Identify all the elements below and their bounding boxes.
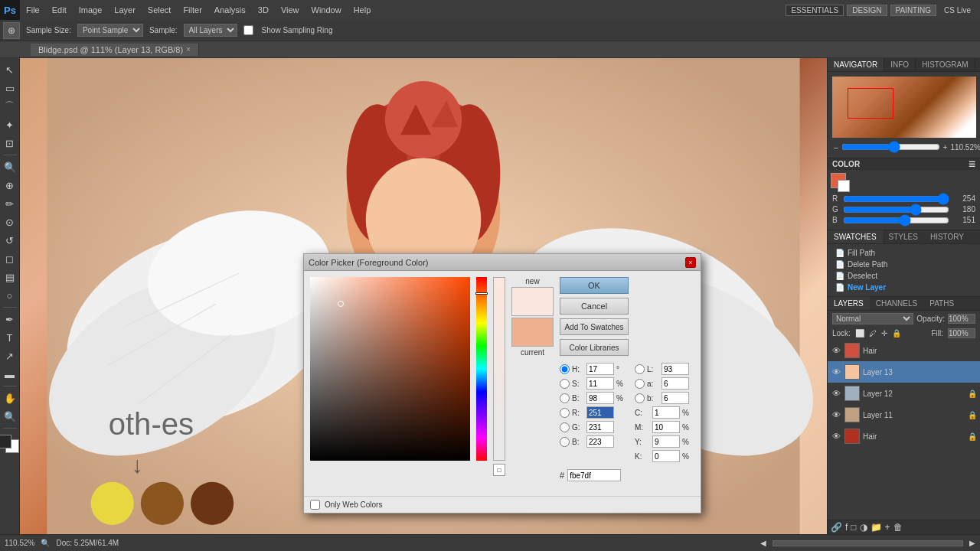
color-b-slider[interactable] [843,217,949,223]
layers-link-icon[interactable]: 🔗 [831,522,842,533]
move-tool[interactable]: ↖ [2,61,18,78]
history-item-3[interactable]: 📄 New Layer [831,282,977,293]
input-a[interactable] [662,377,689,390]
menu-filter[interactable]: Filter [177,0,207,20]
gradient-tool[interactable]: ▤ [2,269,18,285]
color-picker-cancel-button[interactable]: Cancel [560,298,629,315]
input-R[interactable] [586,406,614,419]
history-item-1[interactable]: 📄 Delete Path [831,259,977,270]
menu-view[interactable]: View [275,0,305,20]
color-libraries-button[interactable]: Color Libraries [560,339,629,356]
only-web-colors-checkbox[interactable] [310,500,320,510]
quick-select-tool[interactable]: ✦ [2,116,18,133]
layer-vis-hair[interactable]: 👁 [831,345,841,356]
input-B2[interactable] [586,435,614,448]
input-S[interactable] [586,377,614,390]
essentials-button[interactable]: ESSENTIALS [786,5,844,16]
blend-mode-select[interactable]: Normal [832,313,913,324]
dodge-tool[interactable]: ○ [2,287,18,304]
history-item-2[interactable]: 📄 Deselect [831,270,977,282]
spot-heal-tool[interactable]: ⊕ [2,177,18,194]
painting-button[interactable]: PAINTING [890,5,936,16]
radio-B[interactable] [560,393,570,403]
radio-L[interactable] [635,364,645,374]
menu-layer[interactable]: Layer [108,0,142,20]
alpha-slider[interactable] [493,277,505,461]
crop-tool[interactable]: ⊡ [2,135,18,152]
status-scroll-left[interactable]: ◀ [760,539,766,547]
radio-G[interactable] [560,422,570,432]
eraser-tool[interactable]: ◻ [2,250,18,267]
show-sampling-ring-checkbox[interactable] [243,25,253,35]
input-Y[interactable] [652,435,680,448]
zoom-out-icon[interactable]: – [834,143,838,152]
design-button[interactable]: DESIGN [847,5,887,16]
menu-3d[interactable]: 3D [252,0,275,20]
color-picker-ok-button[interactable]: OK [560,277,629,294]
tab-history[interactable]: HISTORY [924,230,970,243]
layers-mask-icon[interactable]: □ [851,522,856,533]
color-g-slider[interactable] [843,207,949,213]
layer-vis-12[interactable]: 👁 [831,388,841,399]
color-spectrum[interactable] [310,277,470,461]
hand-tool[interactable]: ✋ [2,390,18,406]
zoom-tool[interactable]: 🔍 [2,408,18,425]
lock-position-icon[interactable]: ✛ [881,329,887,337]
input-L[interactable] [662,363,689,375]
radio-H[interactable] [560,364,570,374]
fg-color-box[interactable] [831,173,846,188]
lock-all-icon[interactable]: 🔒 [892,329,901,337]
menu-image[interactable]: Image [73,0,109,20]
hex-input[interactable] [567,469,621,481]
hue-slider[interactable] [476,277,488,461]
input-C[interactable] [652,406,680,419]
layers-fx-icon[interactable]: f [845,522,848,533]
path-select-tool[interactable]: ↗ [2,347,18,364]
menu-select[interactable]: Select [142,0,178,20]
zoom-in-icon[interactable]: + [943,143,948,152]
clone-tool[interactable]: ⊙ [2,214,18,230]
menu-edit[interactable]: Edit [46,0,73,20]
tab-navigator[interactable]: NAVIGATOR [828,58,884,71]
status-scroll-bar[interactable] [773,540,963,546]
menu-window[interactable]: Window [305,0,348,20]
color-r-slider[interactable] [843,196,949,202]
tab-styles[interactable]: STYLES [883,230,924,243]
fill-input[interactable] [948,328,975,338]
tab-histogram[interactable]: HISTOGRAM [916,58,975,71]
menu-help[interactable]: Help [348,0,377,20]
layers-new-icon[interactable]: + [885,522,890,533]
layer-vis-hair-2[interactable]: 👁 [831,431,841,442]
layers-delete-icon[interactable]: 🗑 [893,522,903,533]
color-picker-close-button[interactable]: × [685,257,696,268]
radio-b[interactable] [635,393,645,403]
history-item-0[interactable]: 📄 Fill Path [831,247,977,259]
radio-a[interactable] [635,379,645,389]
lasso-tool[interactable]: ⌒ [2,98,18,115]
brush-tool[interactable]: ✏ [2,195,18,212]
layers-group-icon[interactable]: 📁 [871,522,882,533]
color-picker-titlebar[interactable]: Color Picker (Foreground Color) × [304,254,701,271]
layers-adjustment-icon[interactable]: ◑ [860,522,867,533]
sample-select[interactable]: All Layers [184,24,237,37]
lock-image-icon[interactable]: 🖊 [869,329,877,337]
menu-analysis[interactable]: Analysis [208,0,252,20]
color-panel-menu-icon[interactable]: ☰ [969,160,975,168]
opacity-input[interactable] [948,314,975,324]
pen-tool[interactable]: ✒ [2,311,18,328]
menu-file[interactable]: File [20,0,46,20]
tab-channels[interactable]: CHANNELS [870,297,923,310]
layer-vis-13[interactable]: 👁 [831,367,841,377]
layer-vis-11[interactable]: 👁 [831,409,841,420]
cs-live-label[interactable]: CS Live [939,6,975,15]
eyedropper-tool[interactable]: 🔍 [2,158,18,175]
layer-13[interactable]: 👁 Layer 13 [828,361,980,383]
status-scroll-right[interactable]: ▶ [969,539,975,547]
tab-swatches[interactable]: SWATCHES [828,230,883,243]
input-G[interactable] [586,421,614,433]
input-M[interactable] [652,421,680,433]
layer-12[interactable]: 👁 Layer 12 🔒 [828,383,980,404]
input-K[interactable] [652,450,680,462]
tab-close-button[interactable]: × [186,45,191,54]
add-to-swatches-button[interactable]: Add To Swatches [560,318,629,335]
